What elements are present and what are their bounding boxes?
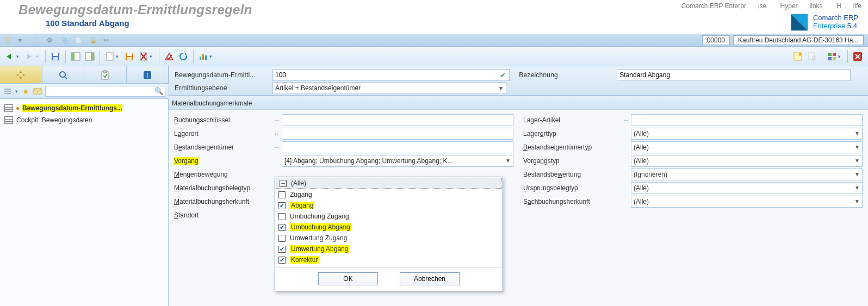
nav-item-rules[interactable]: Bewegungsdatum-Ermittlungs... xyxy=(2,102,166,114)
paperclip-icon[interactable]: 📎 xyxy=(61,36,69,44)
dropdown-option-abgang[interactable]: ✔Abgang xyxy=(275,200,503,211)
nav-tab-info[interactable]: i xyxy=(127,66,169,83)
cancel-button[interactable]: Abbrechen xyxy=(400,272,460,285)
new-icon[interactable] xyxy=(104,51,116,63)
nav-item-cockpit[interactable]: Cockpit: Bewegungsdaten xyxy=(2,114,166,126)
svg-rect-21 xyxy=(127,57,132,60)
checkbox[interactable] xyxy=(278,191,286,198)
list-icon[interactable] xyxy=(3,87,12,96)
svg-point-3 xyxy=(6,37,10,41)
vgtyp-combo[interactable]: (Alle)▼ xyxy=(631,155,863,167)
svg-rect-20 xyxy=(127,53,132,56)
checkbox[interactable] xyxy=(278,235,286,242)
panel-right-icon[interactable] xyxy=(84,51,96,63)
lagerorttyp-combo[interactable]: (Alle)▼ xyxy=(631,128,863,140)
id-label: Bewegungsdatum-Ermittl... xyxy=(175,71,272,79)
doc-icon[interactable] xyxy=(75,36,83,44)
close-icon[interactable] xyxy=(852,51,864,63)
check-icon: ✔ xyxy=(500,71,506,79)
checkbox[interactable]: ✔ xyxy=(278,246,286,253)
id-input[interactable] xyxy=(272,69,510,81)
back-dropdown[interactable]: ▾ xyxy=(16,54,22,59)
expand-icon[interactable]: ↔ xyxy=(272,143,282,151)
menu-help[interactable]: Hilfe xyxy=(836,2,861,10)
menu-hyperlinks[interactable]: Hyperlinks xyxy=(780,2,823,10)
ubtyp-combo[interactable]: (Alle)▼ xyxy=(631,182,863,194)
lagerort-label: Lagerort xyxy=(174,130,272,138)
back-icon[interactable] xyxy=(4,51,16,63)
dropdown-option-umbuchung-abgang[interactable]: ✔Umbuchung Abgang xyxy=(275,222,503,233)
arrow-down-group-icon[interactable]: ▾ xyxy=(18,36,26,44)
lagerart-input[interactable] xyxy=(631,114,863,126)
list-dropdown[interactable]: ▾ xyxy=(15,89,18,94)
dropdown-option-alle[interactable]: −(Alle) xyxy=(276,178,502,189)
betyp-label: Bestandseigentümertyp xyxy=(523,143,621,151)
checkbox[interactable] xyxy=(278,213,286,220)
logo-icon xyxy=(790,13,809,32)
chart-dropdown[interactable]: ▾ xyxy=(209,54,215,59)
dropdown-option-umwertung-abgang[interactable]: ✔Umwertung Abgang xyxy=(275,243,503,254)
user-icon[interactable] xyxy=(33,36,40,44)
svg-line-47 xyxy=(65,77,67,79)
dropdown-option-korrektur[interactable]: ✔Korrektur xyxy=(275,254,503,265)
lock-icon[interactable]: 🔒 xyxy=(89,36,97,44)
sbherk-combo[interactable]: (Alle)▼ xyxy=(631,196,863,208)
forward-dropdown[interactable]: ▾ xyxy=(36,54,41,59)
betyp-combo[interactable]: (Alle)▼ xyxy=(631,141,863,153)
menu-app[interactable]: Comarch ERP Enterprise xyxy=(681,2,767,10)
lagerort-input[interactable] xyxy=(282,128,513,140)
note-icon[interactable] xyxy=(792,51,804,63)
new-dropdown[interactable]: ▾ xyxy=(116,54,121,59)
vorgang-combo[interactable]: [4] Abgang; Umbuchung Abgang; Umwertung … xyxy=(282,155,513,167)
gear-icon[interactable]: ⚙ xyxy=(47,36,54,44)
top-menu: Comarch ERP Enterprise Hyperlinks Hilfe xyxy=(669,2,861,12)
tree-icon[interactable] xyxy=(826,51,838,63)
tristate-checkbox[interactable]: − xyxy=(280,180,287,187)
chart-icon[interactable] xyxy=(197,51,209,63)
svg-text:i: i xyxy=(146,72,148,79)
dropdown-option-umwertung-zugang[interactable]: Umwertung Zugang xyxy=(275,233,503,243)
ebene-combo[interactable]: Artikel + Bestandseigentümer▼ xyxy=(272,82,506,94)
svg-point-5 xyxy=(35,37,38,40)
svg-rect-32 xyxy=(809,53,814,60)
dropdown-option-umbuchung-zugang[interactable]: Umbuchung Zugang xyxy=(275,211,503,222)
bewert-combo[interactable]: (Ignorieren)▼ xyxy=(631,168,863,180)
checkbox[interactable]: ✔ xyxy=(278,257,286,264)
save-disk-icon[interactable] xyxy=(123,51,135,63)
checkbox[interactable]: ✔ xyxy=(278,202,286,209)
nav-tab-clipboard[interactable] xyxy=(84,66,127,83)
ok-button[interactable]: OK xyxy=(318,272,378,285)
dropdown-option-zugang[interactable]: Zugang xyxy=(275,189,503,200)
save-icon[interactable] xyxy=(49,51,61,63)
status-company[interactable]: Kauftreu Deutschland AG DE-30163 Ha... xyxy=(733,35,864,45)
tree-dropdown[interactable]: ▾ xyxy=(838,54,844,59)
svg-rect-7 xyxy=(76,37,81,43)
checkbox[interactable]: ✔ xyxy=(278,224,286,231)
bestand-input[interactable] xyxy=(282,141,513,153)
search-doc-icon[interactable] xyxy=(806,51,818,63)
star-icon[interactable]: ★ xyxy=(21,87,30,96)
expand-icon[interactable]: ↔ xyxy=(272,130,282,138)
refresh-icon[interactable] xyxy=(177,51,189,63)
forward-icon[interactable] xyxy=(24,51,36,63)
status-code[interactable]: 00000 xyxy=(702,35,730,45)
buchschl-input[interactable] xyxy=(282,114,513,126)
panel-left-icon[interactable] xyxy=(70,51,82,63)
brand-line2: Enterprise xyxy=(813,22,845,30)
svg-rect-35 xyxy=(828,53,832,56)
delete-icon[interactable] xyxy=(138,51,150,63)
bez-input[interactable] xyxy=(617,69,851,81)
nav-tree: Bewegungsdatum-Ermittlungs... Cockpit: B… xyxy=(0,99,169,306)
expand-icon[interactable]: ↔ xyxy=(621,116,631,124)
scissors-icon[interactable]: ✂ xyxy=(103,36,111,44)
nav-search-input[interactable] xyxy=(45,86,165,97)
svg-line-34 xyxy=(815,59,816,61)
mail-icon[interactable] xyxy=(33,87,42,96)
nav-tab-move[interactable] xyxy=(0,66,42,83)
main-toolbar: ▾ ▾ ▾ ▾ ▾ ▾ xyxy=(0,47,868,66)
expand-icon[interactable]: ↔ xyxy=(272,116,282,124)
nav-tab-search[interactable] xyxy=(42,66,85,83)
delete-dropdown[interactable]: ▾ xyxy=(150,54,155,59)
bulb-icon[interactable] xyxy=(4,36,12,44)
validate-icon[interactable] xyxy=(163,51,175,63)
